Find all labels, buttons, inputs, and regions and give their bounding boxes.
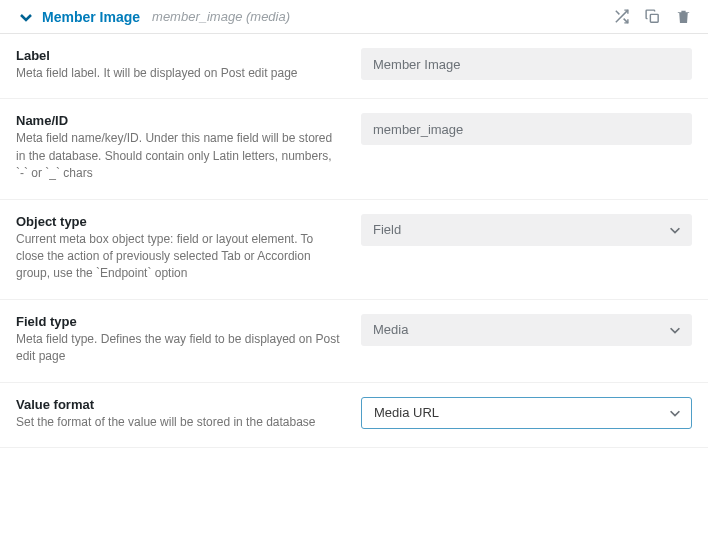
field-label-desc: Meta field label. It will be displayed o… <box>16 65 341 82</box>
label-input[interactable] <box>361 48 692 80</box>
field-name-title: Name/ID <box>16 113 341 128</box>
svg-rect-3 <box>650 14 658 22</box>
panel-header: Member Image member_image (media) <box>0 0 708 34</box>
field-object-type-desc: Current meta box object type: field or l… <box>16 231 341 283</box>
field-type-select[interactable]: Media <box>361 314 692 346</box>
name-input[interactable] <box>361 113 692 145</box>
field-row-name: Name/ID Meta field name/key/ID. Under th… <box>0 99 708 199</box>
value-format-select[interactable]: Media URL <box>361 397 692 429</box>
value-format-value: Media URL <box>374 405 439 420</box>
field-object-type-title: Object type <box>16 214 341 229</box>
field-type-title: Field type <box>16 314 341 329</box>
panel-title: Member Image <box>42 9 140 25</box>
field-type-value: Media <box>373 322 408 337</box>
trash-icon[interactable] <box>675 8 692 25</box>
field-row-field-type: Field type Meta field type. Defines the … <box>0 300 708 383</box>
copy-icon[interactable] <box>644 8 661 25</box>
field-row-label: Label Meta field label. It will be displ… <box>0 34 708 99</box>
field-name-desc: Meta field name/key/ID. Under this name … <box>16 130 341 182</box>
panel-subtitle: member_image (media) <box>152 9 290 24</box>
field-value-format-title: Value format <box>16 397 341 412</box>
field-type-desc: Meta field type. Defines the way field t… <box>16 331 341 366</box>
object-type-value: Field <box>373 222 401 237</box>
header-actions <box>613 8 692 25</box>
field-row-object-type: Object type Current meta box object type… <box>0 200 708 300</box>
collapse-toggle-icon[interactable] <box>18 9 34 25</box>
field-row-value-format: Value format Set the format of the value… <box>0 383 708 448</box>
object-type-select[interactable]: Field <box>361 214 692 246</box>
shuffle-icon[interactable] <box>613 8 630 25</box>
field-label-title: Label <box>16 48 341 63</box>
field-value-format-desc: Set the format of the value will be stor… <box>16 414 341 431</box>
